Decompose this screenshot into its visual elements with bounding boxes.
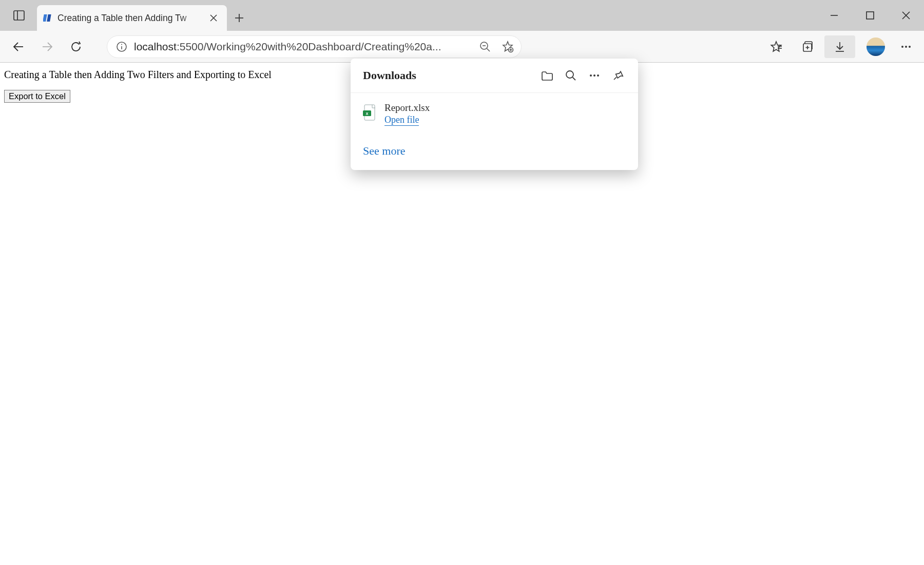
refresh-button[interactable] <box>63 35 89 58</box>
svg-text:X: X <box>365 111 368 116</box>
back-button[interactable] <box>5 35 32 58</box>
svg-line-18 <box>487 48 490 51</box>
minimize-button[interactable] <box>816 0 852 31</box>
svg-point-32 <box>901 46 903 48</box>
downloads-search-button[interactable] <box>561 66 581 85</box>
export-to-excel-button[interactable]: Export to Excel <box>4 90 70 103</box>
toolbar: localhost:5500/Working%20with%20Dashboar… <box>0 31 924 63</box>
svg-line-40 <box>614 77 617 80</box>
svg-point-38 <box>593 74 595 77</box>
svg-rect-3 <box>47 14 51 22</box>
add-to-favorites-icon[interactable] <box>497 36 518 57</box>
profile-avatar[interactable] <box>867 37 885 56</box>
svg-point-39 <box>597 74 599 77</box>
download-file-name: Report.xlsx <box>384 102 430 114</box>
svg-rect-0 <box>14 11 24 20</box>
svg-point-35 <box>566 71 573 78</box>
downloads-header: Downloads <box>351 59 638 93</box>
maximize-button[interactable] <box>852 0 888 31</box>
titlebar: Creating a Table then Adding Tw <box>0 0 924 31</box>
svg-line-36 <box>573 78 576 81</box>
downloads-more-button[interactable] <box>585 66 604 85</box>
new-tab-button[interactable] <box>227 5 252 31</box>
downloads-folder-button[interactable] <box>537 66 557 85</box>
svg-point-37 <box>590 74 592 77</box>
zoom-out-icon[interactable] <box>475 36 495 57</box>
svg-rect-2 <box>43 14 47 22</box>
downloads-see-more-link[interactable]: See more <box>351 135 638 170</box>
favorites-button[interactable] <box>761 35 792 58</box>
forward-button[interactable] <box>34 35 61 58</box>
download-open-file-link[interactable]: Open file <box>384 115 419 126</box>
address-bar[interactable]: localhost:5500/Working%20with%20Dashboar… <box>107 35 522 58</box>
tab-actions-button[interactable] <box>0 0 38 31</box>
collections-button[interactable] <box>793 35 823 58</box>
svg-point-34 <box>909 46 911 48</box>
svg-point-33 <box>905 46 907 48</box>
svg-point-16 <box>121 44 122 45</box>
tab-favicon <box>43 13 52 23</box>
close-window-button[interactable] <box>888 0 924 31</box>
downloads-title: Downloads <box>363 69 533 82</box>
downloads-button[interactable] <box>824 35 855 58</box>
address-text: localhost:5500/Working%20with%20Dashboar… <box>134 41 470 53</box>
browser-tab[interactable]: Creating a Table then Adding Tw <box>37 5 227 31</box>
settings-more-button[interactable] <box>893 35 919 58</box>
svg-rect-9 <box>867 12 874 19</box>
tab-close-button[interactable] <box>206 11 221 25</box>
excel-file-icon: X <box>363 104 376 121</box>
tab-title: Creating a Table then Adding Tw <box>57 13 201 24</box>
window-controls <box>816 0 924 31</box>
downloads-pin-button[interactable] <box>608 66 628 85</box>
downloads-popup: Downloads X Report.xlsx Open file See mo… <box>351 59 638 170</box>
download-item[interactable]: X Report.xlsx Open file <box>363 99 626 131</box>
site-info-icon[interactable] <box>114 40 129 54</box>
